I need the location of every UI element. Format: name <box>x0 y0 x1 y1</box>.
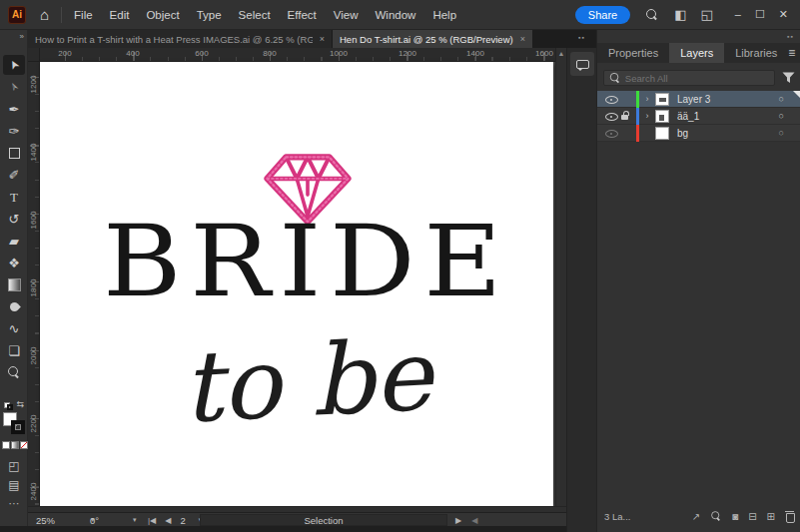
maximize-button[interactable]: ☐ <box>755 8 765 21</box>
panel-menu-icon[interactable]: ≡ <box>788 46 795 60</box>
tab-close-icon[interactable]: × <box>320 34 325 44</box>
visibility-eye-icon[interactable] <box>605 110 618 122</box>
canvas-pasteboard[interactable]: BRIDE to be <box>40 62 555 506</box>
toolbar-collapse-icon[interactable]: » <box>20 32 24 41</box>
shape-builder-tool[interactable]: ❖ <box>3 253 25 272</box>
comments-panel-button[interactable] <box>570 52 594 76</box>
menu-edit[interactable]: Edit <box>110 9 130 21</box>
first-artboard-button[interactable]: |◀ <box>148 516 156 525</box>
visibility-eye-icon[interactable] <box>605 93 618 105</box>
menu-file[interactable]: File <box>74 9 93 21</box>
minimize-button[interactable]: – <box>735 8 741 21</box>
draw-mode-button[interactable]: ◰ <box>0 459 28 473</box>
eraser-tool[interactable]: ▰ <box>3 231 25 251</box>
shaper-tool[interactable]: ∿ <box>3 318 25 338</box>
lock-column[interactable] <box>618 111 632 121</box>
status-expand-icon[interactable]: ▶ <box>455 516 461 525</box>
arrange-documents-icon[interactable]: ◧ <box>674 7 686 22</box>
ruler-origin-corner[interactable] <box>28 48 40 62</box>
color-mode-buttons <box>2 441 28 449</box>
panel-drag-handle[interactable]: ▪▪ <box>578 34 585 41</box>
menu-window[interactable]: Window <box>376 9 416 21</box>
search-icon[interactable] <box>646 9 658 21</box>
illustrator-window: Ai ⌂ File Edit Object Type Select Effect… <box>0 0 800 532</box>
menu-select[interactable]: Select <box>239 9 271 21</box>
delete-layer-icon[interactable] <box>785 511 794 522</box>
locate-object-icon[interactable] <box>711 511 721 521</box>
filter-icon[interactable] <box>782 72 795 84</box>
menu-help[interactable]: Help <box>432 9 456 21</box>
scroll-up-icon[interactable]: ▲ <box>556 50 566 57</box>
visibility-eye-icon[interactable] <box>605 127 618 139</box>
target-circle-icon[interactable]: ○ <box>779 94 784 104</box>
panel-collapse-handle[interactable]: ▪▪ <box>787 33 794 40</box>
status-tool-field[interactable]: Selection <box>200 514 447 526</box>
document-tab-inactive[interactable]: How to Print a T-shirt with a Heat Press… <box>28 30 333 48</box>
layer-color-bar <box>636 91 639 108</box>
tab-close-icon[interactable]: × <box>520 34 525 44</box>
menu-effect[interactable]: Effect <box>288 9 317 21</box>
new-sublayer-icon[interactable]: ⊟ <box>748 511 756 522</box>
make-clipping-mask-icon[interactable]: ◙ <box>732 511 738 522</box>
rotate-tool[interactable]: ↺ <box>3 209 25 229</box>
tab-libraries[interactable]: Libraries <box>724 43 788 63</box>
artboard-number-value[interactable]: 2 <box>180 515 185 526</box>
layer-name[interactable]: ää_1 <box>677 111 699 122</box>
direct-selection-tool[interactable]: ➢ <box>3 77 25 97</box>
artboard[interactable]: BRIDE to be <box>40 62 553 506</box>
gradient-button[interactable] <box>11 441 19 449</box>
layer-thumbnail[interactable] <box>655 127 669 140</box>
rectangle-tool[interactable] <box>3 143 25 163</box>
rotation-dropdown[interactable]: 0° ▾ <box>90 513 137 527</box>
target-circle-icon[interactable]: ○ <box>779 111 784 121</box>
tab-properties[interactable]: Properties <box>597 43 669 63</box>
layer-thumbnail[interactable] <box>655 93 669 106</box>
layers-search-input[interactable] <box>625 73 769 84</box>
gradient-tool[interactable] <box>3 274 25 294</box>
layer-row-bg[interactable]: bg ○ <box>597 125 800 142</box>
screen-mode-button[interactable]: ▤ <box>0 478 28 492</box>
layer-thumbnail[interactable] <box>655 110 669 123</box>
menu-view[interactable]: View <box>334 9 359 21</box>
eyedropper-tool[interactable] <box>3 296 25 316</box>
status-back-icon[interactable]: ◀ <box>471 516 477 525</box>
color-button[interactable] <box>2 441 10 449</box>
none-button[interactable] <box>20 441 28 449</box>
vertical-scrollbar[interactable]: ▲ <box>555 48 566 506</box>
home-icon[interactable]: ⌂ <box>40 6 49 23</box>
curvature-tool[interactable]: ✑ <box>3 121 25 141</box>
vertical-ruler[interactable]: 1200 1400 1600 1800 2000 2200 2400 <box>28 62 40 506</box>
tab-layers[interactable]: Layers <box>669 43 724 63</box>
layer-row-layer-3[interactable]: › Layer 3 ○ <box>597 91 800 108</box>
paintbrush-tool[interactable]: ✐ <box>3 165 25 185</box>
stroke-color-swatch[interactable] <box>11 420 25 434</box>
new-layer-icon[interactable]: ⊞ <box>767 511 775 522</box>
default-fill-stroke-button[interactable]: ⇆ <box>3 401 25 410</box>
share-button[interactable]: Share <box>575 6 630 24</box>
pen-tool[interactable]: ✒ <box>3 99 25 119</box>
layers-search-box[interactable] <box>603 70 775 86</box>
menu-type[interactable]: Type <box>197 9 222 21</box>
layer-name[interactable]: Layer 3 <box>677 94 710 105</box>
collect-for-export-icon[interactable]: ↗ <box>692 511 700 522</box>
zoom-tool[interactable] <box>3 362 25 382</box>
type-tool[interactable]: T <box>3 187 25 207</box>
close-button[interactable]: ✕ <box>779 8 788 21</box>
menu-object[interactable]: Object <box>146 9 179 21</box>
previous-artboard-button[interactable]: ◀ <box>165 516 171 525</box>
layer-name[interactable]: bg <box>677 128 688 139</box>
document-tab-active[interactable]: Hen Do T-shirt.ai @ 25 % (RGB/Preview) × <box>333 30 532 48</box>
disclosure-triangle-icon[interactable]: › <box>641 94 653 104</box>
workspace-switcher-icon[interactable]: ◱ <box>700 7 712 22</box>
selection-tool[interactable]: ➤ <box>3 55 25 75</box>
edit-toolbar-button[interactable]: ⋯ <box>0 497 28 510</box>
target-circle-icon[interactable]: ○ <box>779 128 784 138</box>
zoom-level-dropdown[interactable]: 25% ▾ <box>36 513 95 527</box>
fill-stroke-indicator[interactable] <box>2 412 26 436</box>
horizontal-ruler[interactable]: 200 400 600 800 1000 1200 1400 1600 <box>40 48 555 62</box>
artboard-tool[interactable]: ❏ <box>3 340 25 360</box>
layer-row-aa-1[interactable]: › ää_1 ○ <box>597 108 800 125</box>
swap-fill-stroke-icon[interactable]: ⇆ <box>16 399 24 409</box>
disclosure-triangle-icon[interactable]: › <box>641 111 653 121</box>
illustrator-logo-icon[interactable]: Ai <box>8 6 26 24</box>
